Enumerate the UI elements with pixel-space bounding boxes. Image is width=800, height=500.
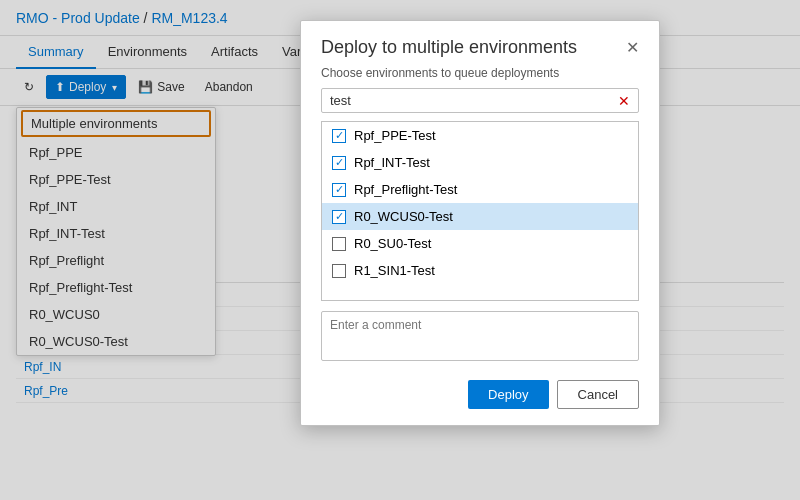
deploy-modal: Deploy to multiple environments ✕ Choose…	[300, 20, 660, 426]
modal-cancel-button[interactable]: Cancel	[557, 380, 639, 409]
modal-env-item[interactable]: R0_SU0-Test	[322, 230, 638, 257]
modal-env-item[interactable]: ✓Rpf_INT-Test	[322, 149, 638, 176]
env-checkbox[interactable]	[332, 264, 346, 278]
comment-textarea[interactable]	[321, 311, 639, 361]
modal-env-item[interactable]: ✓R0_WCUS0-Test	[322, 203, 638, 230]
modal-title: Deploy to multiple environments	[321, 37, 577, 58]
modal-subtitle: Choose environments to queue deployments	[301, 66, 659, 88]
env-item-label: Rpf_PPE-Test	[354, 128, 436, 143]
env-checkbox[interactable]: ✓	[332, 183, 346, 197]
env-item-label: Rpf_INT-Test	[354, 155, 430, 170]
modal-header: Deploy to multiple environments ✕	[301, 21, 659, 66]
modal-footer: Deploy Cancel	[301, 372, 659, 425]
env-checkbox[interactable]: ✓	[332, 210, 346, 224]
env-item-label: R0_SU0-Test	[354, 236, 431, 251]
modal-env-item[interactable]: R1_SIN1-Test	[322, 257, 638, 284]
env-item-label: R1_SIN1-Test	[354, 263, 435, 278]
env-item-label: Rpf_Preflight-Test	[354, 182, 457, 197]
env-checkbox[interactable]	[332, 237, 346, 251]
modal-close-button[interactable]: ✕	[626, 40, 639, 56]
env-item-label: R0_WCUS0-Test	[354, 209, 453, 224]
modal-env-item[interactable]: ✓Rpf_PPE-Test	[322, 122, 638, 149]
env-checkbox[interactable]: ✓	[332, 156, 346, 170]
comment-section	[301, 301, 659, 372]
filter-bar: ✕	[321, 88, 639, 113]
modal-deploy-button[interactable]: Deploy	[468, 380, 548, 409]
env-checkbox[interactable]: ✓	[332, 129, 346, 143]
filter-input[interactable]	[330, 93, 618, 108]
modal-env-item[interactable]: ✓Rpf_Preflight-Test	[322, 176, 638, 203]
modal-env-list[interactable]: ✓Rpf_PPE-Test✓Rpf_INT-Test✓Rpf_Preflight…	[321, 121, 639, 301]
filter-clear-button[interactable]: ✕	[618, 94, 630, 108]
